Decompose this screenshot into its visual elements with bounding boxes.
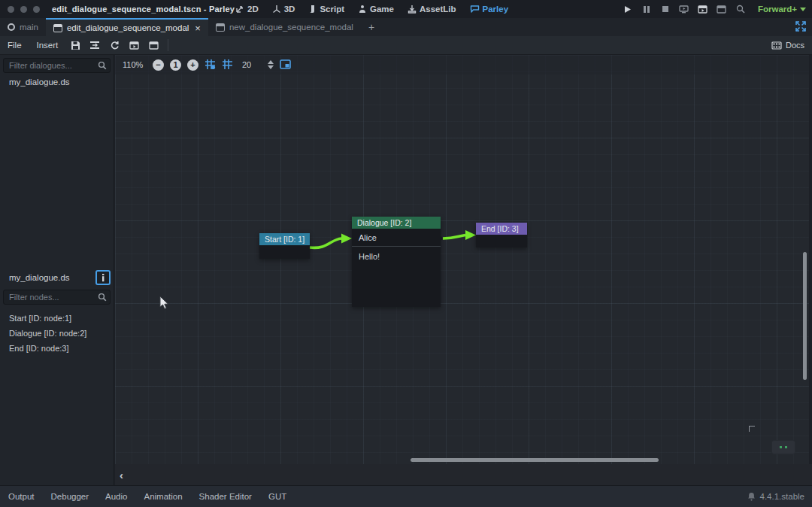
filter-nodes-input[interactable] [3, 290, 111, 305]
node-outline-panel: my_dialogue.ds Start [ID: node:1] Dialog… [0, 269, 114, 356]
assetlib-icon [408, 5, 417, 14]
refresh-icon [110, 41, 120, 50]
edit-icon [100, 273, 106, 282]
save-icon [71, 41, 80, 50]
window-controls[interactable] [8, 6, 40, 13]
node-connections [115, 55, 809, 464]
workspace-assetlib-button[interactable]: AssetLib [402, 0, 462, 18]
playback-controls: Forward+ [622, 0, 806, 18]
dialogue-file-item[interactable]: my_dialogue.ds [0, 73, 114, 90]
pause-button[interactable] [641, 3, 653, 15]
file-menu[interactable]: File [0, 41, 29, 50]
close-window-icon[interactable] [8, 6, 14, 13]
spin-down-icon[interactable] [268, 65, 274, 69]
filter-dialogues-input[interactable] [3, 58, 111, 73]
snap-distance-stepper[interactable] [268, 60, 274, 69]
workspace-parley-button[interactable]: Parley [465, 0, 514, 18]
zoom-reset-button[interactable]: 1 [170, 59, 181, 71]
scene-tab-new-dialogue-sequence-modal[interactable]: new_dialogue_sequence_modal [208, 18, 361, 36]
workspace-game-button[interactable]: Game [353, 0, 399, 18]
refresh-button[interactable] [105, 38, 123, 53]
canvas-edge [809, 55, 812, 464]
version-label: 4.4.1.stable [760, 492, 804, 501]
node-list-item-start[interactable]: Start [ID: node:1] [0, 311, 114, 326]
movie-maker-button[interactable] [735, 3, 747, 15]
scene-tab-edit-dialogue-sequence-modal[interactable]: edit_dialogue_sequence_modal × [46, 18, 208, 36]
scene-tab-main[interactable]: main [0, 18, 46, 36]
game-icon [358, 5, 367, 14]
panel-output[interactable]: Output [0, 492, 43, 501]
workspace-3d-button[interactable]: 3D [267, 0, 301, 18]
collapse-sidebar-button[interactable]: ‹ [120, 469, 123, 481]
scene-tab-bar: main edit_dialogue_sequence_modal × new_… [0, 18, 812, 36]
insert-menu[interactable]: Insert [29, 41, 66, 50]
panel-animation[interactable]: Animation [135, 492, 190, 501]
bottom-panel-bar: Output Debugger Audio Animation Shader E… [0, 485, 812, 507]
window-title: edit_dialogue_sequence_modal.tscn - Parl… [52, 5, 235, 14]
play-custom-scene-button[interactable] [716, 3, 728, 15]
panel-audio[interactable]: Audio [97, 492, 135, 501]
dialogue-node-body: Alice Hello! [352, 229, 441, 307]
node-list-item-end[interactable]: End [ID: node:3] [0, 341, 114, 356]
panel-debugger[interactable]: Debugger [43, 492, 98, 501]
minimize-window-icon[interactable] [20, 6, 27, 13]
clapperboard-icon [149, 41, 159, 50]
play-current-scene-button[interactable] [697, 3, 709, 15]
docs-button[interactable]: Docs [771, 41, 804, 50]
toolbar-separator [168, 39, 168, 51]
expand-icon [795, 21, 806, 32]
workspace-script-button[interactable]: Script [303, 0, 350, 18]
snap-toggle-button[interactable] [205, 59, 216, 71]
3d-icon [272, 5, 281, 14]
node-list-item-dialogue[interactable]: Dialogue [ID: node:2] [0, 326, 114, 341]
save-button[interactable] [66, 38, 84, 53]
grid-snap-icon [205, 59, 216, 70]
graph-toolbar: 110% − 1 + 20 [115, 55, 809, 74]
docs-icon [771, 41, 782, 50]
filter-dialogues-box [3, 58, 111, 73]
vertical-scrollbar[interactable] [803, 252, 807, 380]
graph-node-end[interactable]: End [ID: 3] [476, 223, 527, 247]
horizontal-scrollbar[interactable] [411, 458, 659, 462]
workspace-switcher: 2D 3D Script Game AssetLib Parley [230, 0, 514, 18]
play-button[interactable] [622, 3, 634, 15]
test-dialogue-from-start-button[interactable] [144, 38, 162, 53]
end-node-header[interactable]: End [ID: 3] [476, 223, 527, 235]
start-node-header[interactable]: Start [ID: 1] [259, 233, 310, 245]
2d-icon [235, 5, 244, 14]
close-tab-icon[interactable]: × [195, 23, 201, 34]
stop-button[interactable] [659, 3, 671, 15]
graph-canvas[interactable]: Start [ID: 1] Dialogue [ID: 2] Alice Hel… [115, 55, 809, 464]
minimap-toggle-button[interactable] [280, 59, 291, 71]
graph-minimap[interactable] [771, 440, 795, 454]
renderer-dropdown[interactable]: Forward+ [758, 5, 806, 14]
spin-up-icon[interactable] [268, 60, 274, 64]
panel-gut[interactable]: GUT [260, 492, 295, 501]
workspace-2d-button[interactable]: 2D [230, 0, 264, 18]
selection-corner-mark [749, 426, 755, 432]
panel-shader-editor[interactable]: Shader Editor [191, 492, 260, 501]
minimap-icon [280, 59, 291, 69]
grid-toggle-button[interactable] [222, 59, 233, 71]
dialogue-character: Alice [352, 229, 441, 247]
dialogue-sidebar: my_dialogue.ds my_dialogue.ds Start [ID:… [0, 55, 114, 485]
graph-node-dialogue[interactable]: Dialogue [ID: 2] Alice Hello! [352, 217, 441, 307]
maximize-window-icon[interactable] [33, 6, 40, 13]
snap-distance-value[interactable]: 20 [242, 60, 251, 69]
connection-dialogue-to-end [443, 235, 465, 239]
edit-dialogue-button[interactable] [95, 270, 111, 285]
zoom-out-button[interactable]: − [153, 59, 164, 71]
run-remote-debug-button[interactable] [678, 3, 690, 15]
dialogue-node-header[interactable]: Dialogue [ID: 2] [352, 217, 441, 229]
grid-icon [222, 59, 233, 70]
zoom-level-label: 110% [123, 60, 147, 69]
graph-node-start[interactable]: Start [ID: 1] [259, 233, 310, 259]
notification-bell-icon[interactable] [747, 492, 756, 501]
godot-editor-window: edit_dialogue_sequence_modal.tscn - Parl… [0, 0, 812, 507]
test-dialogue-button[interactable] [125, 38, 143, 53]
speech-bubble-icon [470, 5, 480, 14]
add-scene-tab-button[interactable]: + [361, 18, 382, 36]
arrange-nodes-button[interactable] [86, 38, 104, 53]
zoom-in-button[interactable]: + [187, 59, 198, 71]
toggle-distraction-free-button[interactable] [795, 21, 806, 33]
